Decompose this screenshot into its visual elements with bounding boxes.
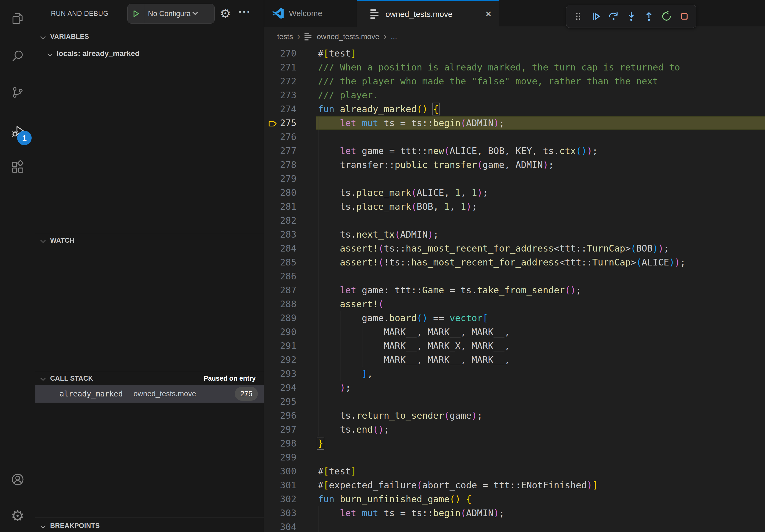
code-text[interactable]: fun already_marked() { [318, 102, 438, 116]
toolbar-drag-handle[interactable] [571, 9, 586, 24]
continue-button[interactable] [588, 9, 603, 24]
code-text[interactable]: let mut ts = ts::begin(ADMIN); [318, 506, 504, 520]
code-text[interactable]: assert!(!ts::has_most_recent_for_address… [318, 255, 686, 269]
line-number[interactable]: 287 [264, 283, 297, 297]
code-line[interactable]: 294 ); [264, 381, 765, 395]
code-line[interactable]: 279 [264, 172, 765, 186]
debug-settings-gear-icon[interactable]: ⚙ [220, 6, 231, 20]
line-number[interactable]: 301 [264, 478, 297, 492]
code-line[interactable]: 283 ts.next_tx(ADMIN); [264, 227, 765, 241]
code-line[interactable]: 272/// the player who made the "false" m… [264, 74, 765, 88]
stop-button[interactable] [677, 9, 692, 24]
code-text[interactable]: assert!( [318, 297, 384, 311]
code-line[interactable]: 297 ts.end(); [264, 422, 765, 436]
search-icon[interactable] [10, 49, 25, 64]
call-stack-section-header[interactable]: CALL STACK Paused on entry [35, 371, 264, 385]
line-number[interactable]: 296 [264, 408, 297, 422]
code-text[interactable]: ], [318, 367, 373, 381]
code-line[interactable]: 280 ts.place_mark(ALICE, 1, 1); [264, 186, 765, 199]
code-line[interactable]: 285 assert!(!ts::has_most_recent_for_add… [264, 255, 765, 269]
close-icon[interactable]: ✕ [485, 9, 492, 19]
line-number[interactable]: 270 [264, 46, 297, 60]
line-number[interactable]: 298 [264, 436, 297, 450]
start-debug-icon[interactable] [128, 4, 144, 23]
code-text[interactable]: ts.return_to_sender(game); [318, 408, 482, 422]
line-number[interactable]: 290 [264, 325, 297, 339]
line-number[interactable]: 295 [264, 395, 297, 408]
call-stack-frame-row[interactable]: already_marked owned_tests.move 275 [35, 385, 264, 402]
variables-scope-row[interactable]: locals: already_marked [35, 46, 264, 61]
line-number[interactable]: 288 [264, 297, 297, 311]
line-number[interactable]: 276 [264, 130, 297, 144]
code-line[interactable]: 293 ], [264, 367, 765, 381]
breakpoints-section-header[interactable]: BREAKPOINTS [35, 519, 264, 532]
code-text[interactable]: game.board() == vector[ [318, 311, 488, 325]
code-line[interactable]: 296 ts.return_to_sender(game); [264, 408, 765, 422]
code-line[interactable]: 281 ts.place_mark(BOB, 1, 1); [264, 199, 765, 213]
debug-config-dropdown[interactable]: No Configura [127, 4, 215, 24]
code-line[interactable]: 274fun already_marked() { [264, 102, 765, 116]
code-text[interactable]: ts.place_mark(BOB, 1, 1); [318, 199, 477, 213]
code-line[interactable]: 301#[expected_failure(abort_code = ttt::… [264, 478, 765, 492]
code-line[interactable]: 271/// When a position is already marked… [264, 60, 765, 74]
line-number[interactable]: 279 [264, 172, 297, 186]
explorer-icon[interactable] [10, 12, 25, 26]
code-text[interactable]: MARK__, MARK_X, MARK__, [318, 339, 510, 353]
line-number[interactable]: 303 [264, 506, 297, 520]
line-number[interactable]: 280 [264, 186, 297, 199]
code-line[interactable]: 304 [264, 520, 765, 532]
breadcrumb-item-file[interactable]: owned_tests.move [317, 32, 379, 41]
settings-gear-icon[interactable]: ⚙ [0, 508, 35, 523]
line-number[interactable]: 292 [264, 353, 297, 367]
step-out-button[interactable] [641, 9, 656, 24]
breadcrumb-item-symbol[interactable]: ... [391, 32, 397, 41]
code-line[interactable]: 288 assert!( [264, 297, 765, 311]
code-line[interactable]: 298} [264, 436, 765, 450]
code-text[interactable]: ts.place_mark(ALICE, 1, 1); [318, 186, 488, 199]
code-line[interactable]: 276 [264, 130, 765, 144]
line-number[interactable]: 278 [264, 158, 297, 172]
variables-section-header[interactable]: VARIABLES [35, 30, 264, 43]
code-line[interactable]: 282 [264, 213, 765, 227]
line-number[interactable]: 282 [264, 213, 297, 227]
code-text[interactable]: /// player. [318, 88, 378, 102]
code-text[interactable]: let mut ts = ts::begin(ADMIN); [318, 116, 504, 130]
code-text[interactable]: #[test] [318, 464, 356, 478]
line-number[interactable]: 277 [264, 144, 297, 158]
code-line[interactable]: 289 game.board() == vector[ [264, 311, 765, 325]
step-over-button[interactable] [606, 9, 621, 24]
line-number[interactable]: 299 [264, 450, 297, 464]
code-text[interactable]: #[expected_failure(abort_code = ttt::ENo… [318, 478, 598, 492]
code-text[interactable]: /// the player who made the "false" move… [318, 74, 658, 88]
code-text[interactable]: MARK__, MARK__, MARK__, [318, 353, 510, 367]
code-text[interactable]: ts.next_tx(ADMIN); [318, 227, 438, 241]
more-actions-icon[interactable]: ··· [239, 6, 251, 18]
restart-button[interactable] [659, 9, 674, 24]
line-number[interactable]: 297 [264, 422, 297, 436]
code-line[interactable]: 290 MARK__, MARK__, MARK__, [264, 325, 765, 339]
line-number[interactable]: 273 [264, 88, 297, 102]
extensions-icon[interactable] [10, 160, 25, 175]
source-control-icon[interactable] [10, 85, 25, 100]
code-text[interactable]: ts.end(); [318, 422, 389, 436]
code-line[interactable]: 302fun burn_unfinished_game() { [264, 492, 765, 506]
line-number[interactable]: 272 [264, 74, 297, 88]
line-number[interactable]: 275 [264, 116, 297, 130]
code-line[interactable]: 275 let mut ts = ts::begin(ADMIN); [264, 116, 765, 130]
line-number[interactable]: 274 [264, 102, 297, 116]
line-number[interactable]: 300 [264, 464, 297, 478]
code-line[interactable]: 286 [264, 269, 765, 283]
tab-welcome[interactable]: Welcome [264, 0, 357, 27]
account-icon[interactable] [10, 472, 25, 487]
code-line[interactable]: 303 let mut ts = ts::begin(ADMIN); [264, 506, 765, 520]
line-number[interactable]: 281 [264, 199, 297, 213]
code-text[interactable]: transfer::public_transfer(game, ADMIN); [318, 158, 554, 172]
line-number[interactable]: 283 [264, 227, 297, 241]
code-text[interactable]: let game = ttt::new(ALICE, BOB, KEY, ts.… [318, 144, 598, 158]
code-text[interactable]: /// When a position is already marked, t… [318, 60, 680, 74]
code-line[interactable]: 287 let game: ttt::Game = ts.take_from_s… [264, 283, 765, 297]
code-line[interactable]: 270#[test] [264, 46, 765, 60]
breadcrumb-item-tests[interactable]: tests [277, 32, 293, 41]
code-text[interactable]: } [318, 436, 323, 450]
code-text[interactable]: MARK__, MARK__, MARK__, [318, 325, 510, 339]
